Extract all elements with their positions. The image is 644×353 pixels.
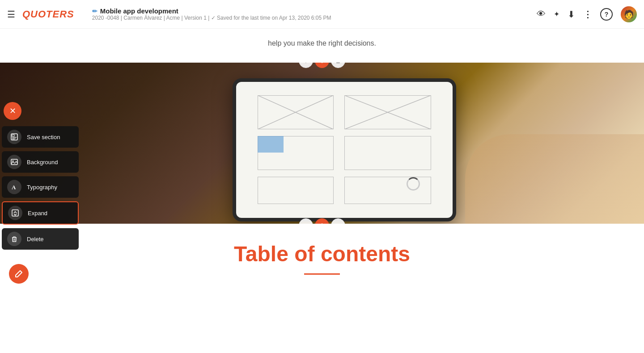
tablet-mockup: [233, 78, 456, 221]
nav-add-bottom[interactable]: +: [315, 218, 329, 224]
hand-decoration: [465, 134, 644, 224]
menu-icon[interactable]: ☰: [7, 9, 15, 20]
close-button[interactable]: ✕: [4, 102, 21, 120]
typography-icon: A: [7, 180, 21, 194]
expand-icon: [8, 206, 22, 220]
header-actions: 👁 ✦ ⬇ ⋮ ? 🧑: [537, 6, 637, 22]
tablet-screen: [236, 82, 453, 218]
nav-add-top[interactable]: +: [315, 63, 329, 68]
edit-icon: ✏: [92, 8, 97, 15]
header-meta: 2020 -0048 | Carmen Álvarez | Acme | Ver…: [92, 15, 331, 21]
nav-down-bottom[interactable]: ▼: [299, 218, 313, 224]
delete-label: Delete: [27, 236, 44, 242]
header-title-area: ✏ Mobile app development 2020 -0048 | Ca…: [92, 7, 331, 21]
sidebar-menu: ✕ Save section Background: [0, 98, 80, 254]
logo: QUOTERS: [22, 9, 74, 20]
background-label: Background: [27, 159, 58, 166]
edit-fab[interactable]: [9, 264, 29, 284]
more-icon[interactable]: ⋮: [583, 9, 592, 20]
sidebar-item-typography[interactable]: A Typography: [2, 176, 79, 198]
sidebar-item-save-section[interactable]: Save section: [2, 126, 79, 148]
section-nav-bottom: ▼ + ▲: [299, 218, 345, 224]
section-nav-top: ▼ + ▲: [299, 63, 345, 68]
background-icon: [7, 155, 21, 169]
project-title: Mobile app development: [100, 7, 178, 15]
sidebar-item-delete[interactable]: Delete: [2, 228, 79, 250]
nav-down-top[interactable]: ▼: [299, 63, 313, 68]
sidebar-item-background[interactable]: Background: [2, 151, 79, 173]
expand-label: Expand: [28, 210, 47, 217]
intro-text: help you make the right decisions.: [89, 38, 555, 49]
share-icon[interactable]: ✦: [554, 10, 559, 18]
header: ☰ QUOTERS ✏ Mobile app development 2020 …: [0, 0, 644, 29]
nav-up-bottom[interactable]: ▲: [331, 218, 345, 224]
text-section: help you make the right decisions.: [0, 29, 644, 63]
sidebar-item-expand[interactable]: Expand: [2, 201, 79, 225]
meta-text: 2020 -0048 | Carmen Álvarez | Acme | Ver…: [92, 15, 331, 21]
content-area: help you make the right decisions. ▼ + ▲: [0, 29, 644, 353]
typography-label: Typography: [27, 184, 57, 191]
svg-point-10: [13, 161, 14, 162]
help-icon[interactable]: ?: [600, 8, 613, 21]
save-section-icon: [7, 130, 21, 144]
image-bg: [0, 63, 644, 224]
toc-divider: [304, 273, 340, 275]
delete-icon: [7, 232, 21, 246]
image-section: ▼ + ▲: [0, 63, 644, 224]
nav-up-top[interactable]: ▲: [331, 63, 345, 68]
eye-icon[interactable]: 👁: [537, 9, 546, 19]
download-icon[interactable]: ⬇: [568, 9, 575, 20]
svg-text:A: A: [12, 184, 16, 191]
svg-rect-5: [12, 135, 14, 136]
avatar[interactable]: 🧑: [621, 6, 637, 22]
toc-title: Table of contents: [89, 242, 555, 266]
project-title-row: ✏ Mobile app development: [92, 7, 331, 15]
toc-section: Table of contents: [0, 224, 644, 284]
save-section-label: Save section: [27, 134, 60, 140]
